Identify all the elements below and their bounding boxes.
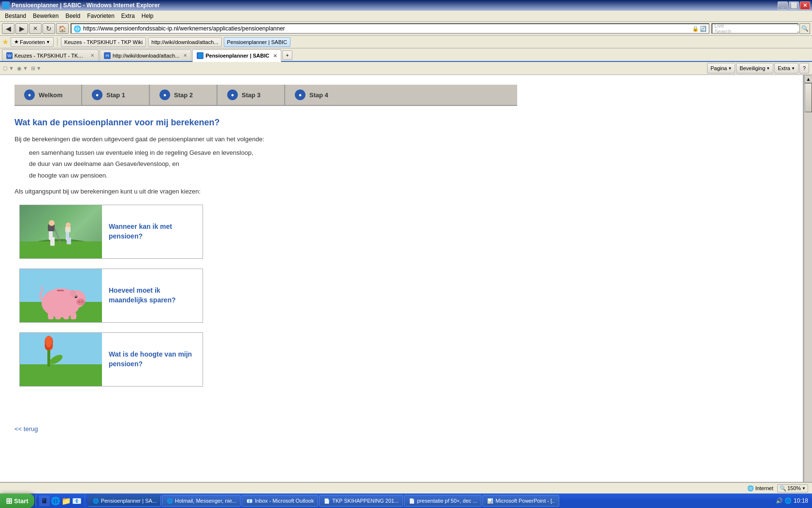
refresh-button[interactable]: ↻ <box>43 23 55 34</box>
option-card-2[interactable]: Hoeveel moet ik maandelijks sparen? <box>19 269 203 323</box>
help-toolbar-button[interactable]: ? <box>799 63 809 74</box>
scroll-up-arrow[interactable]: ▲ <box>804 75 812 83</box>
scroll-thumb[interactable] <box>805 83 812 112</box>
back-link[interactable]: << terug <box>14 425 38 433</box>
search-input[interactable] <box>733 26 800 31</box>
back-button[interactable]: ◀ <box>2 23 14 34</box>
restore-button[interactable]: ⬜ <box>789 1 799 10</box>
option-link-1[interactable]: Wanneer kan ik met pensioen? <box>109 222 196 241</box>
svg-rect-11 <box>69 238 71 244</box>
step-welkom[interactable]: ● Welkom <box>14 85 82 105</box>
fav-item-2[interactable]: http://wiki/download/attach... <box>148 37 221 47</box>
tab-favicon-0: W <box>6 52 13 59</box>
tab-close-0[interactable]: ✕ <box>90 53 94 58</box>
step-4[interactable]: ● Stap 4 <box>285 85 353 105</box>
taskbar-app-icon-4: 📄 <box>408 497 415 504</box>
taskbar-app-4[interactable]: 📄 presentatie pf 50+, dec ... <box>404 495 481 507</box>
zoom-button[interactable]: 🔍 150% ▼ <box>777 484 808 493</box>
home-button[interactable]: 🏠 <box>56 23 69 34</box>
close-button[interactable]: ✕ <box>800 1 810 10</box>
tab-0[interactable]: W Keuzes - TKPSKIHUT - TKP Wiki ✕ <box>2 49 99 61</box>
new-tab-button[interactable]: + <box>282 50 292 60</box>
tab-favicon-2: 🌐 <box>197 52 203 59</box>
list-item-3: de hoogte van uw pensioen. <box>29 171 517 180</box>
option-card-1[interactable]: Wanneer kan ik met pensioen? <box>19 205 203 259</box>
stop-button[interactable]: ✕ <box>29 23 42 34</box>
tab-2[interactable]: 🌐 Pensioenplanner | SABIC ✕ <box>192 49 281 62</box>
menu-favorieten[interactable]: Favorieten <box>84 12 117 20</box>
zone-indicator: 🌐 Internet <box>747 485 773 492</box>
step-1[interactable]: ● Stap 1 <box>82 85 150 105</box>
tab-close-2[interactable]: ✕ <box>273 53 277 59</box>
step-2[interactable]: ● Stap 2 <box>150 85 218 105</box>
taskbar-quick-ie[interactable]: 🌐 <box>51 496 60 506</box>
svg-rect-30 <box>20 364 102 386</box>
taskbar-apps: 🌐 Pensioenplanner | SA... 🌐 Hotmail, Mes… <box>86 495 772 507</box>
tab-close-1[interactable]: ✕ <box>183 53 187 58</box>
favorites-button[interactable]: ★ Favorieten ▼ <box>11 37 54 47</box>
scroll-track <box>804 83 812 487</box>
taskbar-quick-outlook[interactable]: 📧 <box>72 496 82 506</box>
tab-favicon-1: H <box>104 52 111 59</box>
menu-beeld[interactable]: Beeld <box>62 12 83 20</box>
address-bar-row: ◀ ▶ ✕ ↻ 🏠 🌐 https://www.pensioenfondssab… <box>0 22 812 36</box>
svg-point-13 <box>66 223 71 227</box>
taskbar-app-1[interactable]: 🌐 Hotmail, Messenger, nie... <box>162 495 241 507</box>
extra-button[interactable]: Extra ▼ <box>774 63 798 74</box>
title-bar: 🌐 Pensioenplanner | SABIC - Windows Inte… <box>0 0 812 11</box>
tab-bar: W Keuzes - TKPSKIHUT - TKP Wiki ✕ H http… <box>0 48 812 62</box>
card-text-area-3: Wat is de hoogte van mijn pensioen? <box>102 333 203 386</box>
svg-rect-25 <box>48 313 54 319</box>
start-button[interactable]: ⊞ Start <box>0 493 34 508</box>
fav-item-3[interactable]: Pensioenplanner | SABIC <box>224 37 291 47</box>
intro-text: Bij de berekeningen die worden uitgevoer… <box>14 134 517 144</box>
option-link-3[interactable]: Wat is de hoogte van mijn pensioen? <box>109 350 196 369</box>
search-go-button[interactable]: 🔍 <box>799 23 810 34</box>
svg-rect-5 <box>52 237 55 246</box>
step-dot-0: ● <box>24 90 35 100</box>
card-image-piggy <box>20 269 102 322</box>
tray-icon-1: 🔊 <box>776 497 783 504</box>
app-icon: 🌐 <box>2 1 10 9</box>
taskbar-app-icon-0: 🌐 <box>92 497 99 504</box>
forward-button[interactable]: ▶ <box>15 23 28 34</box>
taskbar-show-desktop[interactable]: 🖥 <box>39 495 50 506</box>
taskbar-clock: 10:18 <box>794 497 808 504</box>
taskbar-app-0[interactable]: 🌐 Pensioenplanner | SA... <box>88 495 161 507</box>
option-link-2[interactable]: Hoeveel moet ik maandelijks sparen? <box>109 286 196 305</box>
beveiliging-button[interactable]: Beveiliging ▼ <box>736 63 773 74</box>
vertical-scrollbar[interactable]: ▲ ▼ <box>804 75 812 495</box>
card-text-area-1: Wanneer kan ik met pensioen? <box>102 205 203 258</box>
svg-rect-28 <box>71 313 76 319</box>
live-search-label: Live Search <box>714 23 731 34</box>
taskbar-app-5[interactable]: 📊 Microsoft PowerPoint - [.. <box>482 495 559 507</box>
minimize-button[interactable]: _ <box>778 1 788 10</box>
address-url[interactable]: https://www.pensioenfondssabic-ip.nl/wer… <box>83 25 692 32</box>
menu-help[interactable]: Help <box>139 12 157 20</box>
browser-toolbar-right: ⬡▼ ◉▼ ⊞▼ Pagina ▼ Beveiliging ▼ Extra ▼ … <box>0 62 812 75</box>
taskbar-app-icon-5: 📊 <box>487 497 493 504</box>
menu-bestand[interactable]: Bestand <box>2 12 29 20</box>
fav-item-1[interactable]: Keuzes - TKPSKIHUT - TKP Wiki <box>61 37 146 47</box>
taskbar-app-3[interactable]: 📄 TKP SKIHAPPENING 201... <box>319 495 403 507</box>
option-card-3[interactable]: Wat is de hoogte van mijn pensioen? <box>19 332 203 387</box>
main-scroll-area[interactable]: ● Welkom ● Stap 1 ● Stap 2 ● Stap 3 ● <box>0 75 804 495</box>
pagina-button[interactable]: Pagina ▼ <box>707 63 735 74</box>
window-title: Pensioenplanner | SABIC - Windows Intern… <box>12 2 160 9</box>
svg-rect-26 <box>55 314 61 319</box>
svg-point-20 <box>81 301 83 303</box>
menu-extra[interactable]: Extra <box>118 12 138 20</box>
choice-text: Als uitgangspunt bij uw berekeningen kun… <box>14 188 517 195</box>
step-3[interactable]: ● Stap 3 <box>218 85 285 105</box>
tab-1[interactable]: H http://wiki/download/attach... ✕ <box>100 49 191 61</box>
step-dot-4: ● <box>295 90 305 100</box>
taskbar-quick-folder[interactable]: 📁 <box>61 496 71 506</box>
content-area: ● Welkom ● Stap 1 ● Stap 2 ● Stap 3 ● <box>0 75 812 495</box>
taskbar-app-2[interactable]: 📧 Inbox - Microsoft Outlook <box>242 495 318 507</box>
page-content: ● Welkom ● Stap 1 ● Stap 2 ● Stap 3 ● <box>0 75 532 452</box>
menu-bewerken[interactable]: Bewerken <box>30 12 61 20</box>
taskbar: ⊞ Start 🖥 🌐 📁 📧 🌐 Pensioenplanner | SA..… <box>0 493 812 508</box>
card-image-golf <box>20 205 102 258</box>
card-image-flower <box>20 333 102 386</box>
step-dot-1: ● <box>92 90 102 100</box>
